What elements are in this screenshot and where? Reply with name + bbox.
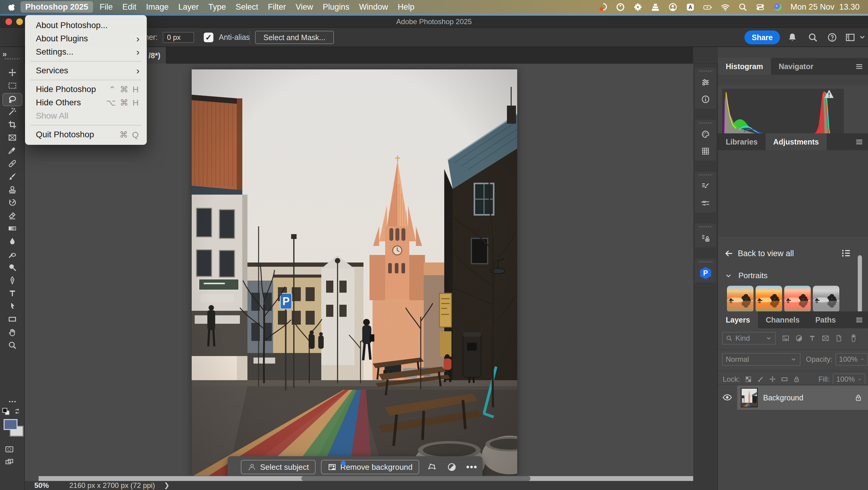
lock-all-icon[interactable] [793, 376, 800, 383]
apple-menu[interactable] [8, 2, 21, 11]
list-view-icon[interactable] [841, 248, 851, 258]
dock-group-grip[interactable] [699, 122, 712, 124]
create-adjustment-icon[interactable] [444, 462, 459, 472]
edit-toolbar-button[interactable] [2, 396, 22, 407]
plugins-panel-icon[interactable]: P [698, 267, 713, 279]
toolbar-grip[interactable] [5, 58, 20, 60]
magic-wand-tool[interactable] [2, 106, 22, 117]
history-brush-tool[interactable] [2, 197, 22, 208]
feather-input[interactable]: 0 px [163, 32, 194, 43]
preset-thumbnail[interactable] [813, 286, 839, 312]
menubar-item-filter[interactable]: Filter [263, 1, 291, 13]
preset-thumbnail[interactable] [784, 286, 811, 312]
tab-paths[interactable]: Paths [807, 311, 844, 328]
gradient-tool[interactable] [2, 223, 22, 234]
histogram-warning-icon[interactable] [824, 89, 834, 98]
filter-type-icon[interactable] [808, 334, 816, 342]
swatches-panel-icon[interactable] [698, 145, 713, 157]
adjustments-panel-menu-icon[interactable] [855, 138, 864, 147]
brushes-panel-icon[interactable] [698, 197, 713, 209]
menu-item-hide-photoshop[interactable]: Hide Photoshop⌃ ⌘ H [25, 83, 147, 96]
menu-item-hide-others[interactable]: Hide Others⌥ ⌘ H [25, 96, 147, 109]
menu-item-quit-photoshop[interactable]: Quit Photoshop⌘ Q [25, 128, 147, 141]
eraser-tool[interactable] [2, 210, 22, 221]
type-tool[interactable] [2, 288, 22, 299]
anti-alias-checkbox[interactable]: ✓ [204, 33, 213, 42]
layer-visibility-eye-icon[interactable] [722, 392, 733, 403]
spotlight-icon[interactable] [738, 2, 747, 12]
menubar-item-type[interactable]: Type [204, 1, 231, 13]
minimize-window-button[interactable] [16, 19, 23, 25]
horizontal-scrollbar-thumb[interactable] [301, 476, 530, 481]
stacks-app-icon[interactable] [651, 2, 660, 12]
shape-tool[interactable] [2, 314, 22, 325]
menubar-clock[interactable]: Mon 25 Nov 13.30 [790, 2, 860, 12]
tab-libraries[interactable]: Libraries [718, 133, 766, 150]
siri-icon[interactable] [773, 2, 782, 12]
share-button[interactable]: Share [744, 30, 780, 45]
chevron-down-icon[interactable] [858, 33, 866, 41]
input-source-icon[interactable] [686, 2, 695, 12]
zoom-level[interactable]: 50% [34, 481, 49, 490]
menubar-item-plugins[interactable]: Plugins [318, 1, 354, 13]
transform-selection-icon[interactable] [425, 462, 439, 472]
frame-tool[interactable] [2, 132, 22, 143]
toolbar-expand-icon[interactable]: » [2, 50, 6, 59]
search-icon[interactable] [808, 32, 818, 42]
back-to-view-all[interactable]: Back to view all [724, 249, 794, 258]
select-and-mask-button[interactable]: Select and Mask... [255, 31, 334, 44]
clone-source-panel-icon[interactable] [698, 232, 713, 244]
menu-item-settings[interactable]: Settings...› [25, 45, 147, 59]
tab-histogram[interactable]: Histogram [718, 58, 771, 75]
preset-thumbnail[interactable] [727, 286, 753, 312]
info-panel-icon[interactable] [698, 93, 713, 106]
tab-navigator[interactable]: Navigator [771, 58, 821, 75]
taskbar-more-icon[interactable]: ••• [464, 462, 479, 472]
menubar-item-edit[interactable]: Edit [118, 1, 141, 13]
filter-image-icon[interactable] [782, 334, 789, 342]
canvas-photo[interactable]: P [192, 69, 517, 476]
filter-shape-icon[interactable] [822, 334, 830, 342]
default-colors-icon[interactable] [2, 408, 7, 413]
document-info[interactable]: 2160 px x 2700 px (72 ppi) [69, 481, 155, 490]
brush-tool[interactable] [2, 171, 22, 182]
menubar-item-layer[interactable]: Layer [174, 1, 204, 13]
menubar-item-image[interactable]: Image [141, 1, 174, 13]
path-selection-tool[interactable] [2, 300, 22, 312]
tab-channels[interactable]: Channels [758, 311, 808, 328]
eyedropper-tool[interactable] [2, 145, 22, 156]
filter-toggle-icon[interactable] [850, 334, 857, 343]
properties-panel-icon[interactable] [698, 76, 713, 89]
lock-position-icon[interactable] [769, 376, 776, 383]
wifi-icon[interactable] [721, 2, 730, 12]
healing-brush-tool[interactable] [2, 158, 22, 169]
lock-transparency-icon[interactable] [745, 376, 752, 383]
flower-app-icon[interactable] [633, 2, 643, 12]
menu-item-about-plugins[interactable]: About Plugins› [25, 32, 147, 45]
close-window-button[interactable] [5, 19, 12, 25]
tab-adjustments[interactable]: Adjustments [766, 133, 827, 150]
layer-locked-icon[interactable] [854, 394, 863, 402]
hand-tool[interactable] [2, 326, 22, 338]
pen-tool[interactable] [2, 275, 22, 286]
layer-filter-kind-select[interactable]: Kind [722, 332, 776, 345]
dock-group-grip[interactable] [699, 70, 712, 72]
preset-section-header-portraits[interactable]: Portraits [724, 271, 860, 280]
move-tool[interactable] [2, 67, 22, 79]
fill-input[interactable]: 100% [833, 374, 865, 385]
histogram-panel-menu-icon[interactable] [855, 62, 864, 71]
remove-background-button[interactable]: Remove background [321, 460, 419, 474]
lock-artboard-icon[interactable] [781, 376, 788, 383]
color-panel-icon[interactable] [698, 128, 713, 141]
menu-item-services[interactable]: Services› [25, 64, 147, 77]
battery-charging-icon[interactable] [703, 2, 712, 12]
lasso-tool[interactable] [2, 93, 22, 106]
lock-paint-icon[interactable] [757, 376, 764, 383]
menubar-item-select[interactable]: Select [231, 1, 263, 13]
menu-item-about-photoshop[interactable]: About Photoshop... [25, 19, 147, 32]
blend-mode-select[interactable]: Normal [722, 353, 801, 366]
crop-tool[interactable] [2, 119, 22, 131]
recording-app-icon[interactable] [598, 2, 608, 12]
dodge-tool[interactable] [2, 262, 22, 273]
menubar-item-view[interactable]: View [291, 1, 318, 13]
